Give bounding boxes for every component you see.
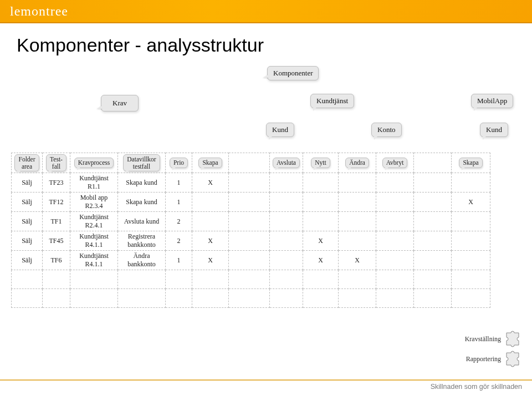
cell-c7 [270, 231, 303, 251]
cell-c12 [452, 231, 490, 251]
cell-c11 [414, 231, 452, 251]
cell-folder: Sälj [12, 231, 43, 251]
cell-krav: Kundtjänst R4.1.1 [70, 231, 118, 251]
table-row: SäljTF1Kundtjänst R2.4.1Avsluta kund2 [12, 212, 490, 231]
cell-krav: Kundtjänst R4.1.1 [70, 251, 118, 270]
hdr-nytt: Nytt [311, 158, 330, 168]
footer-tagline: Skillnaden som gör skillnaden [431, 383, 522, 391]
cell-c12 [452, 212, 490, 231]
cell-c10 [376, 231, 414, 251]
cell-c6 [229, 173, 270, 193]
cell-krav: Mobil app R2.3.4 [70, 193, 118, 212]
hdr-testfall: Test- fall [46, 154, 66, 171]
cell-c12 [452, 173, 490, 193]
hdr-skapa: Skapa [198, 158, 222, 168]
hdr-folder-area: Folder area [14, 154, 39, 171]
cell-c12 [452, 251, 490, 270]
cell-c6 [229, 212, 270, 231]
cell-dv: Avsluta kund [118, 212, 166, 231]
brand-logo: lemontree [10, 4, 68, 19]
puzzle-icon [504, 351, 521, 367]
cell-prio: 1 [166, 251, 192, 270]
hdr-prio: Prio [170, 158, 188, 168]
cell-dv: Skapa kund [118, 193, 166, 212]
cell-c5: X [192, 231, 229, 251]
cell-prio: 1 [166, 173, 192, 193]
cell-tf: TF1 [43, 212, 70, 231]
analysis-table: Folder area Test- fall Kravprocess Datav… [11, 153, 490, 308]
cell-c10 [376, 251, 414, 270]
cell-krav: Kundtjänst R2.4.1 [70, 212, 118, 231]
bubble-kund-1: Kund [266, 123, 294, 137]
hdr-kravprocess: Kravprocess [74, 158, 114, 168]
cell-tf: TF23 [43, 173, 70, 193]
sidenote-group: Kravställning Rapportering [465, 327, 521, 367]
diagram-canvas: Komponenter Krav Kundtjänst MobilApp Kun… [11, 69, 521, 341]
cell-c8: X [303, 251, 339, 270]
cell-prio: 1 [166, 193, 192, 212]
cell-c12: X [452, 193, 490, 212]
cell-c11 [414, 251, 452, 270]
cell-tf: TF45 [43, 231, 70, 251]
label-rapportering: Rapportering [466, 355, 501, 363]
bubble-krav: Krav [101, 95, 139, 112]
cell-tf: TF6 [43, 251, 70, 270]
cell-c5 [192, 193, 229, 212]
cell-prio: 2 [166, 212, 192, 231]
cell-c7 [270, 173, 303, 193]
cell-tf: TF12 [43, 193, 70, 212]
cell-dv: Skapa kund [118, 173, 166, 193]
table-row-empty [12, 289, 490, 308]
page-title: Komponenter - analysstruktur [0, 23, 532, 69]
cell-c6 [229, 251, 270, 270]
bubble-kundtjanst: Kundtjänst [310, 94, 354, 108]
cell-c5: X [192, 251, 229, 270]
cell-folder: Sälj [12, 173, 43, 193]
bubble-kund-2: Kund [480, 123, 508, 137]
cell-folder: Sälj [12, 212, 43, 231]
cell-c5: X [192, 173, 229, 193]
topbar: lemontree [0, 0, 532, 23]
bubble-mobilapp: MobilApp [471, 94, 513, 108]
cell-folder: Sälj [12, 251, 43, 270]
cell-c11 [414, 193, 452, 212]
table-row: SäljTF23Kundtjänst R1.1Skapa kund1X [12, 173, 490, 193]
cell-c8 [303, 212, 339, 231]
puzzle-icon [504, 331, 521, 347]
cell-dv: Registrera bankkonto [118, 231, 166, 251]
table-row-empty [12, 270, 490, 289]
footer: Skillnaden som gör skillnaden [0, 379, 532, 395]
cell-prio: 2 [166, 231, 192, 251]
cell-dv: Ändra bankkonto [118, 251, 166, 270]
cell-c6 [229, 193, 270, 212]
hdr-datavillkor: Datavillkor testfall [123, 154, 160, 171]
cell-c7 [270, 193, 303, 212]
cell-c8 [303, 193, 339, 212]
cell-c6 [229, 231, 270, 251]
table-row: SäljTF45Kundtjänst R4.1.1Registrera bank… [12, 231, 490, 251]
cell-c8 [303, 173, 339, 193]
cell-c10 [376, 173, 414, 193]
hdr-avsluta: Avsluta [273, 158, 300, 168]
cell-folder: Sälj [12, 193, 43, 212]
cell-krav: Kundtjänst R1.1 [70, 173, 118, 193]
hdr-avbryt: Avbryt [382, 158, 408, 168]
hdr-skapa-2: Skapa [459, 158, 482, 168]
cell-c7 [270, 251, 303, 270]
cell-c11 [414, 173, 452, 193]
table-row: SäljTF6Kundtjänst R4.1.1Ändra bankkonto1… [12, 251, 490, 270]
cell-c10 [376, 193, 414, 212]
bubble-konto: Konto [371, 123, 402, 137]
cell-c9: X [339, 251, 376, 270]
cell-c5 [192, 212, 229, 231]
table-header-row: Folder area Test- fall Kravprocess Datav… [12, 153, 490, 173]
cell-c9 [339, 193, 376, 212]
hdr-andra: Ändra [345, 158, 369, 168]
cell-c10 [376, 212, 414, 231]
cell-c7 [270, 212, 303, 231]
cell-c9 [339, 212, 376, 231]
cell-c11 [414, 212, 452, 231]
bubble-komponenter: Komponenter [267, 66, 319, 80]
table-row: SäljTF12Mobil app R2.3.4Skapa kund1X [12, 193, 490, 212]
cell-c8: X [303, 231, 339, 251]
